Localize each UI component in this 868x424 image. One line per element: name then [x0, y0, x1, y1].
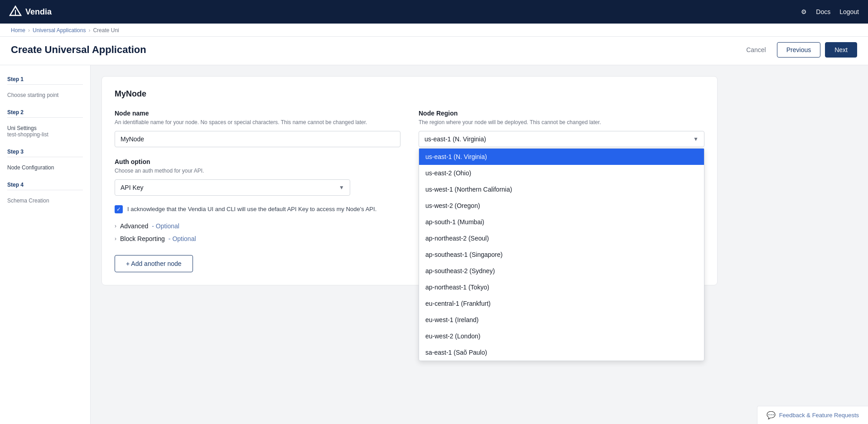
feedback-bar[interactable]: 💬 Feedback & Feature Requests — [757, 406, 868, 424]
node-name-input[interactable] — [115, 131, 400, 147]
vendia-logo[interactable]: Vendia — [9, 5, 52, 18]
advanced-tag: - Optional — [152, 222, 179, 230]
region-option-us-west-2[interactable]: us-west-2 (Oregon) — [419, 198, 704, 214]
block-reporting-label: Block Reporting — [120, 235, 165, 242]
step1-sub: Choose starting point — [7, 92, 83, 98]
checkmark-icon: ✓ — [116, 206, 121, 212]
step4-label: Step 4 — [7, 182, 83, 188]
region-option-us-east-2[interactable]: us-east-2 (Ohio) — [419, 165, 704, 181]
region-select-display[interactable]: us-east-1 (N. Virginia) ▼ — [419, 131, 704, 147]
cancel-button[interactable]: Cancel — [740, 43, 772, 57]
next-button[interactable]: Next — [825, 42, 857, 58]
vendia-brand-text: Vendia — [25, 7, 52, 17]
sidebar: Step 1 Choose starting point Step 2 Uni … — [0, 65, 91, 424]
region-option-eu-central-1[interactable]: eu-central-1 (Frankfurt) — [419, 295, 704, 312]
node-card: MyNode Node name An identifiable name fo… — [101, 76, 718, 285]
block-reporting-tag: - Optional — [169, 235, 196, 242]
node-region-col: Node Region The region where your node w… — [419, 110, 704, 147]
sidebar-step-3: Step 3 Node Configuration — [7, 149, 83, 171]
step2-sub: test-shopping-list — [7, 131, 83, 138]
acknowledge-label[interactable]: I acknowledge that the Vendia UI and CLI… — [127, 205, 376, 214]
node-region-label: Node Region — [419, 110, 704, 117]
docs-link[interactable]: Docs — [816, 8, 830, 15]
advanced-chevron-icon: › — [115, 223, 116, 229]
auth-option-desc: Choose an auth method for your API. — [115, 167, 350, 175]
advanced-label: Advanced — [120, 222, 148, 230]
auth-select-display[interactable]: API Key ▼ — [115, 179, 350, 196]
navbar: Vendia ⚙ Docs Logout — [0, 0, 868, 24]
page-title: Create Universal Application — [11, 44, 146, 56]
breadcrumb-create-uni: Create Uni — [93, 27, 119, 34]
region-select-wrapper: us-east-1 (N. Virginia) ▼ us-east-1 (N. … — [419, 131, 704, 147]
step1-label: Step 1 — [7, 76, 83, 82]
logout-link[interactable]: Logout — [839, 8, 859, 15]
region-dropdown: us-east-1 (N. Virginia) us-east-2 (Ohio)… — [419, 148, 704, 361]
breadcrumb-sep-2: › — [88, 27, 90, 34]
region-option-eu-west-2[interactable]: eu-west-2 (London) — [419, 328, 704, 344]
previous-button[interactable]: Previous — [777, 42, 820, 58]
region-option-ap-southeast-2[interactable]: ap-southeast-2 (Sydney) — [419, 263, 704, 279]
sidebar-step-4: Step 4 Schema Creation — [7, 182, 83, 204]
breadcrumb-sep-1: › — [28, 27, 30, 34]
region-option-ap-south-1[interactable]: ap-south-1 (Mumbai) — [419, 214, 704, 230]
region-option-ap-northeast-1[interactable]: ap-northeast-1 (Tokyo) — [419, 279, 704, 295]
add-node-button[interactable]: + Add another node — [115, 255, 193, 272]
node-name-label: Node name — [115, 110, 400, 117]
auth-dropdown-arrow: ▼ — [339, 184, 344, 191]
sidebar-step-1: Step 1 Choose starting point — [7, 76, 83, 98]
step2-label: Step 2 — [7, 109, 83, 116]
region-option-ap-northeast-2[interactable]: ap-northeast-2 (Seoul) — [419, 230, 704, 246]
region-option-sa-east-1[interactable]: sa-east-1 (Saõ Paulo) — [419, 344, 704, 361]
region-selected-value: us-east-1 (N. Virginia) — [424, 135, 486, 143]
auth-section: Auth option Choose an auth method for yo… — [115, 158, 350, 196]
region-option-eu-west-1[interactable]: eu-west-1 (Ireland) — [419, 312, 704, 328]
block-reporting-chevron-icon: › — [115, 236, 116, 242]
node-card-title: MyNode — [115, 89, 704, 99]
vendia-logo-icon — [9, 5, 22, 18]
region-option-ap-southeast-1[interactable]: ap-southeast-1 (Singapore) — [419, 246, 704, 263]
settings-icon[interactable]: ⚙ — [801, 8, 807, 15]
feedback-icon: 💬 — [767, 411, 776, 419]
breadcrumb-universal-apps[interactable]: Universal Applications — [33, 27, 86, 34]
step3-sub: Node Configuration — [7, 164, 83, 171]
sidebar-step-2: Step 2 Uni Settings test-shopping-list — [7, 109, 83, 138]
navbar-right: ⚙ Docs Logout — [801, 8, 859, 15]
form-row-top: Node name An identifiable name for your … — [115, 110, 704, 147]
auth-select-wrapper: API Key ▼ — [115, 179, 350, 196]
page-actions: Cancel Previous Next — [740, 42, 857, 58]
navbar-left: Vendia — [9, 5, 52, 18]
step3-label: Step 3 — [7, 149, 83, 155]
region-option-us-east-1[interactable]: us-east-1 (N. Virginia) — [419, 149, 704, 165]
auth-option-label: Auth option — [115, 158, 350, 165]
breadcrumb-bar: Home › Universal Applications › Create U… — [0, 24, 868, 37]
content-area: MyNode Node name An identifiable name fo… — [91, 65, 868, 424]
step2-sub-bold: Uni Settings — [7, 125, 83, 131]
region-option-us-west-1[interactable]: us-west-1 (Northern California) — [419, 181, 704, 198]
breadcrumb-home[interactable]: Home — [11, 27, 25, 34]
feedback-label: Feedback & Feature Requests — [779, 412, 859, 419]
main-layout: Step 1 Choose starting point Step 2 Uni … — [0, 65, 868, 424]
breadcrumb: Home › Universal Applications › Create U… — [11, 27, 857, 36]
step4-sub: Schema Creation — [7, 198, 83, 204]
node-name-col: Node name An identifiable name for your … — [115, 110, 400, 147]
node-region-desc: The region where your node will be deplo… — [419, 119, 704, 126]
region-dropdown-arrow: ▼ — [693, 136, 699, 142]
acknowledge-checkbox[interactable]: ✓ — [115, 205, 123, 213]
page-title-bar: Create Universal Application Cancel Prev… — [0, 37, 868, 65]
node-name-desc: An identifiable name for your node. No s… — [115, 119, 400, 126]
auth-selected-value: API Key — [121, 184, 144, 191]
